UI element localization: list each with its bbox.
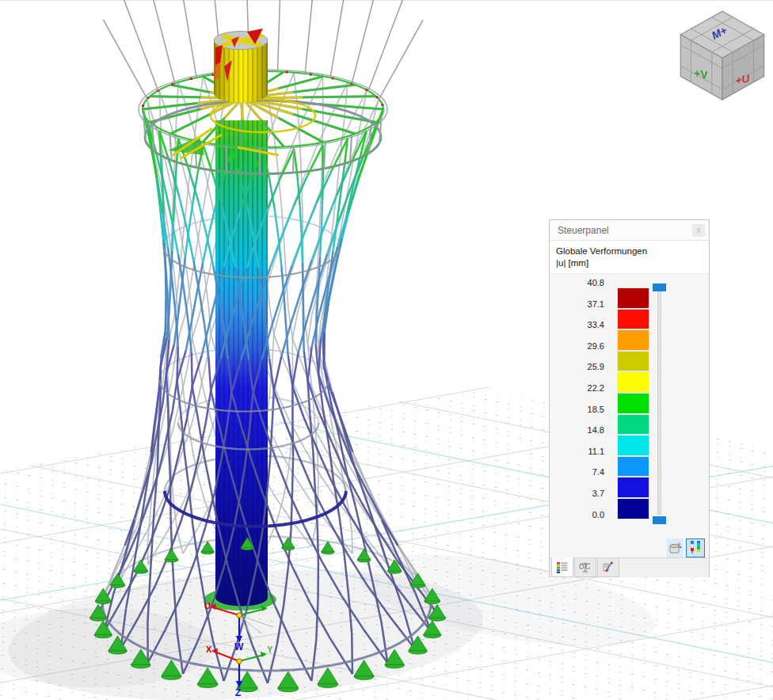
legend-slider-track[interactable] xyxy=(657,290,661,515)
panel-tab-bar xyxy=(550,557,709,577)
navigation-cube[interactable]: M+ +V +U xyxy=(678,8,767,101)
tab-factors[interactable] xyxy=(574,558,596,577)
panel-close-button[interactable]: x xyxy=(692,224,705,237)
legend-color-band xyxy=(617,393,649,414)
legend-list-icon xyxy=(556,561,569,573)
axis-z-label: Z xyxy=(235,687,241,698)
axis-y-label: Y xyxy=(267,645,273,654)
legend-color-band xyxy=(617,477,649,498)
display-properties-button[interactable] xyxy=(667,538,684,557)
legend-color-band xyxy=(617,329,649,351)
legend-value-label: 14.8 xyxy=(550,424,604,436)
legend-value-label: 7.4 xyxy=(550,466,604,477)
panel-title: Steuerpanel xyxy=(558,225,692,236)
legend-color-band xyxy=(617,351,649,372)
legend-color-band xyxy=(617,287,649,309)
legend-value-label: 0.0 xyxy=(550,509,604,520)
legend-value-label: 37.1 xyxy=(550,299,604,310)
legend-value-label: 3.7 xyxy=(550,488,604,499)
axis-x-label: X xyxy=(206,645,212,654)
axis-u-label: U xyxy=(204,601,211,611)
legend-slider-handle-min[interactable] xyxy=(653,516,666,524)
tab-results-legend[interactable] xyxy=(551,557,573,577)
legend-value-label: 40.8 xyxy=(550,277,604,288)
panel-titlebar[interactable]: Steuerpanel x xyxy=(550,220,709,241)
balance-scale-icon xyxy=(579,561,592,573)
legend-color-band xyxy=(617,371,649,393)
legend-value-label: 33.4 xyxy=(550,319,604,330)
top-cylinder xyxy=(214,29,268,103)
legend-slider-handle-max[interactable] xyxy=(653,283,666,291)
steuerpanel: Steuerpanel x Globale Verformungen |u| [… xyxy=(549,219,710,577)
legend-value-label: 22.2 xyxy=(550,382,604,394)
legend-value-label: 11.1 xyxy=(550,446,604,457)
legend-area: 40.837.133.429.625.922.218.514.811.17.43… xyxy=(550,274,709,557)
result-description: Globale Verformungen |u| [mm] xyxy=(550,241,709,274)
result-type-label: Globale Verformungen xyxy=(556,245,701,257)
color-scale-options-button[interactable] xyxy=(686,538,705,557)
paint-bucket-icon xyxy=(668,540,682,554)
panel-button-row xyxy=(550,538,709,557)
legend-color-band xyxy=(617,414,649,436)
legend-color-band xyxy=(617,498,649,519)
color-scale-icon xyxy=(688,540,703,554)
result-unit-label: |u| [mm] xyxy=(556,257,701,269)
legend-color-band xyxy=(617,309,649,330)
object-filter-icon xyxy=(602,561,615,573)
legend-value-label: 18.5 xyxy=(550,404,604,415)
legend-value-label: 25.9 xyxy=(550,361,604,372)
tab-object-filter[interactable] xyxy=(597,558,619,577)
legend-color-band xyxy=(617,435,649,456)
legend-color-band xyxy=(617,456,649,477)
legend-value-label: 29.6 xyxy=(550,340,604,352)
axis-w-label: W xyxy=(234,641,244,652)
